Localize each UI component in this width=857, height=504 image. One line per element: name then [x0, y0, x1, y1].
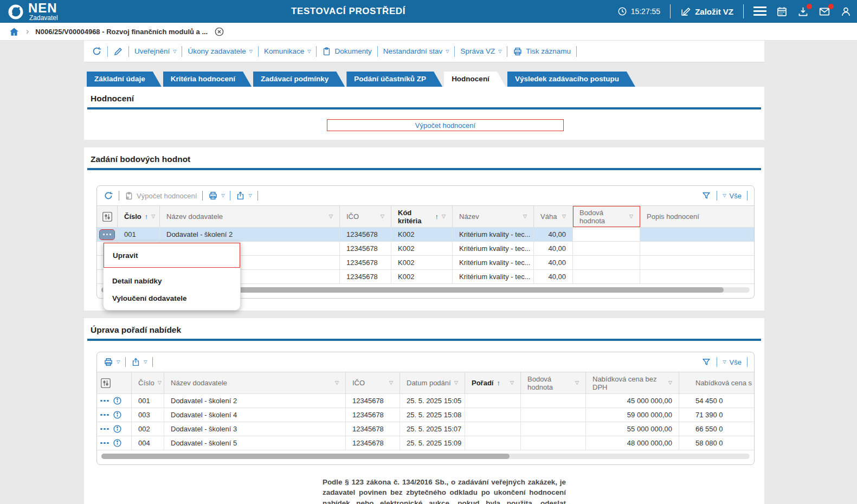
tab-zadavaci-podminky[interactable]: Zadávací podmínky	[253, 72, 345, 87]
column-filter-icon[interactable]: ▽	[510, 379, 514, 387]
header-vaha[interactable]: Váha ▽	[534, 206, 573, 227]
column-filter-icon[interactable]: ▽	[454, 379, 458, 387]
cell-popis-hodnoceni[interactable]	[640, 228, 754, 241]
cell-bodova-hodnota[interactable]	[573, 242, 640, 255]
header-cena-s-dph[interactable]: Nabídková cena s DPH	[679, 372, 754, 393]
row-info-button[interactable]	[113, 410, 122, 419]
header-datum-podani[interactable]: Datum podání ▽	[400, 372, 465, 393]
grid-print-button[interactable]: ▽	[104, 357, 120, 367]
downloads-button[interactable]	[797, 6, 809, 17]
tab-bar: Základní údaje Kritéria hodnocení Zadáva…	[84, 62, 764, 87]
menu-komunikace[interactable]: Komunikace▽	[264, 47, 311, 55]
menu-nestandardni-stav[interactable]: Nestandardní stav▽	[383, 47, 449, 55]
menu-sprava-vz[interactable]: Správa VZ▽	[460, 47, 501, 55]
column-filter-icon[interactable]: ▽	[575, 379, 579, 387]
close-record-icon[interactable]	[214, 27, 224, 37]
divider	[182, 46, 182, 57]
grid-export-button[interactable]: ▽	[131, 357, 147, 367]
header-nazev-dodavatele[interactable]: Název dodavatele ▽	[160, 206, 340, 227]
column-filter-icon[interactable]: ▽	[381, 212, 384, 221]
tab-vysledek[interactable]: Výsledek zadávacího postupu	[507, 72, 635, 87]
grid-refresh-button[interactable]	[104, 191, 113, 201]
column-filter-icon[interactable]: ▽	[562, 212, 566, 221]
header-cena-bez-dph[interactable]: Nabídková cena bez DPH ▽	[586, 372, 679, 393]
row-menu-button[interactable]	[100, 442, 109, 444]
cell-bodova-hodnota[interactable]	[573, 228, 640, 241]
column-filter-icon[interactable]: ▽	[523, 212, 527, 221]
cell-popis-hodnoceni[interactable]	[640, 256, 754, 269]
cell-bodova-hodnota[interactable]	[573, 256, 640, 269]
header-nazev-dodavatele[interactable]: Název dodavatele ▽	[164, 372, 346, 393]
user-profile-button[interactable]	[840, 6, 852, 17]
column-filter-icon[interactable]: ▽	[389, 379, 393, 387]
row-info-button[interactable]	[113, 424, 122, 434]
grid-vypocet-button[interactable]: Výpočet hodnocení	[125, 191, 197, 201]
create-vz-button[interactable]: Založit VZ	[680, 7, 733, 17]
column-filter-icon[interactable]: ▽	[335, 379, 339, 387]
grid-view-select[interactable]: ▽ Vše	[723, 192, 742, 200]
header-bodova-hodnota[interactable]: Bodová hodnota ▽	[521, 372, 586, 393]
breadcrumb-record[interactable]: N006/25/V00004968 - Rozvoj finančních mo…	[35, 28, 208, 36]
header-cislo[interactable]: Číslo ↑ ▽	[118, 206, 160, 227]
uprava-table-row[interactable]: 003 Dodavatel - školení 4 12345678 25. 5…	[97, 408, 754, 422]
edit-record-button[interactable]	[113, 47, 123, 56]
uprava-table-row[interactable]: 002 Dodavatel - školení 3 12345678 25. 5…	[97, 422, 754, 436]
print-record-button[interactable]: Tisk záznamu	[513, 47, 571, 56]
uprava-table-row[interactable]: 001 Dodavatel - školení 2 12345678 25. 5…	[97, 394, 754, 408]
main-menu-button[interactable]	[753, 7, 766, 16]
row-info-button[interactable]	[113, 438, 122, 448]
header-ico[interactable]: IČO ▽	[340, 206, 391, 227]
header-bodova-hodnota[interactable]: Bodová hodnota ▽	[573, 206, 640, 227]
cell-popis-hodnoceni[interactable]	[640, 242, 754, 255]
grid-filter-button[interactable]	[701, 191, 711, 201]
menu-uverejneni[interactable]: Uveřejnění▽	[134, 47, 176, 55]
header-cislo[interactable]: Číslo ▽	[132, 372, 164, 393]
grid-export-button[interactable]: ▽	[236, 191, 252, 201]
row-menu-button[interactable]	[100, 428, 109, 430]
column-filter-icon[interactable]: ▽	[151, 212, 155, 221]
context-menu-vylouceni-dodavatele[interactable]: Vyloučení dodavatele	[104, 290, 240, 307]
header-poradi[interactable]: Pořadí ↑ ▽	[465, 372, 521, 393]
context-menu-upravit[interactable]: Upravit	[104, 243, 240, 268]
header-kod-kriteria[interactable]: Kód kritéria ↑ ▽	[391, 206, 453, 227]
scrollbar-thumb[interactable]	[101, 454, 510, 459]
row-menu-button[interactable]	[100, 414, 109, 416]
grid-filter-button[interactable]	[701, 357, 711, 367]
header-ico[interactable]: IČO ▽	[346, 372, 400, 393]
tab-zakladni-udaje[interactable]: Základní údaje	[87, 72, 162, 87]
column-filter-icon[interactable]: ▽	[329, 212, 333, 221]
refresh-icon	[92, 46, 102, 56]
cell-bodova-hodnota[interactable]	[573, 270, 640, 283]
context-menu-detail-nabidky[interactable]: Detail nabídky	[104, 273, 240, 290]
horizontal-scrollbar[interactable]	[101, 454, 750, 459]
refresh-button[interactable]	[92, 46, 102, 56]
cell-ico: 12345678	[346, 408, 400, 422]
menu-dokumenty[interactable]: Dokumenty	[322, 47, 371, 56]
grid-view-select[interactable]: ▽ Vše	[723, 358, 742, 366]
row-menu-button[interactable]	[100, 400, 109, 402]
row-info-button[interactable]	[113, 396, 122, 405]
calendar-button[interactable]	[776, 6, 788, 17]
tab-kriteria-hodnoceni[interactable]: Kritéria hodnocení	[163, 72, 252, 87]
messages-button[interactable]	[819, 6, 830, 17]
header-nazev[interactable]: Název ▽	[453, 206, 534, 227]
zadani-table-row[interactable]: 001 Dodavatel - školení 2 12345678 K002 …	[97, 228, 754, 242]
cell-popis-hodnoceni[interactable]	[640, 270, 754, 283]
nen-brand[interactable]: NEN Zadavatel	[8, 2, 58, 21]
tab-podani-ucastniku[interactable]: Podání účastníků ZP	[346, 72, 442, 87]
tab-hodnoceni[interactable]: Hodnocení	[444, 72, 506, 87]
divider	[257, 191, 258, 201]
grid-print-button[interactable]: ▽	[208, 191, 224, 201]
column-filter-icon[interactable]: ▽	[629, 212, 633, 221]
column-settings-button[interactable]	[97, 372, 132, 393]
menu-ukony-zadavatele[interactable]: Úkony zadavatele▽	[188, 47, 252, 55]
column-filter-icon[interactable]: ▽	[668, 379, 672, 387]
column-filter-icon[interactable]: ▽	[158, 379, 162, 387]
uprava-table-row[interactable]: 004 Dodavatel - školení 5 12345678 25. 5…	[97, 436, 754, 450]
vypocet-hodnoceni-button[interactable]: Výpočet hodnocení	[327, 119, 564, 131]
column-filter-icon[interactable]: ▽	[442, 212, 446, 221]
row-menu-button[interactable]	[100, 230, 114, 240]
home-icon[interactable]	[9, 27, 20, 37]
column-settings-button[interactable]	[97, 206, 118, 227]
header-popis-hodnoceni[interactable]: Popis hodnocení	[640, 206, 754, 227]
